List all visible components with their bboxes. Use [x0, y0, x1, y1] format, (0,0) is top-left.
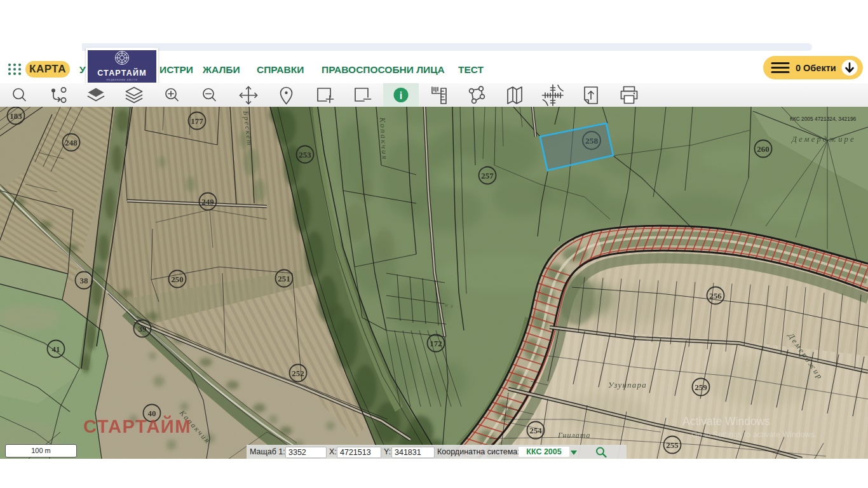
- svg-text:i: i: [400, 90, 402, 101]
- svg-text:СТАРТАЙМ: СТАРТАЙМ: [97, 68, 147, 78]
- svg-text:0 Обекти: 0 Обекти: [796, 63, 836, 73]
- svg-text:НЕДВИЖИМИ ИМОТИ: НЕДВИЖИМИ ИМОТИ: [106, 79, 137, 81]
